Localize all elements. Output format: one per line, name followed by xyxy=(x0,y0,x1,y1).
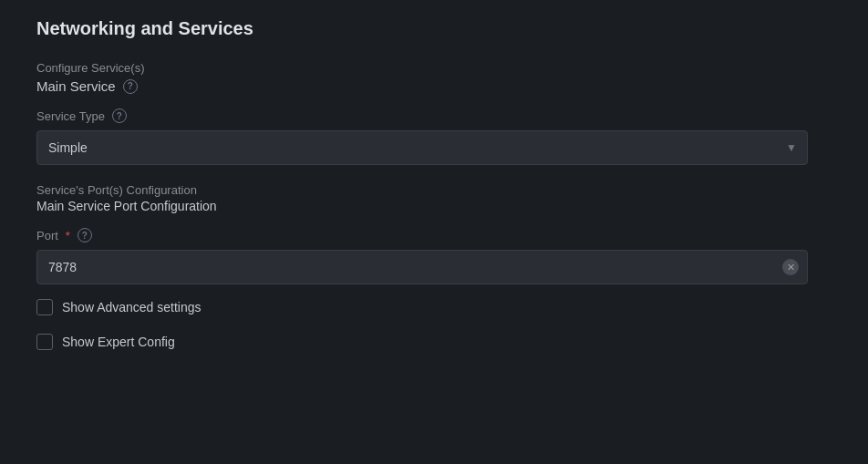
port-help-icon[interactable]: ? xyxy=(78,228,92,242)
service-type-help-icon[interactable]: ? xyxy=(112,108,127,123)
show-advanced-label: Show Advanced settings xyxy=(62,300,202,314)
service-type-select[interactable]: Simple Forking Oneshot Notify Dbus Idle xyxy=(36,130,808,165)
port-label-text: Port xyxy=(36,229,58,242)
service-type-field: Service Type ? Simple Forking Oneshot No… xyxy=(36,108,832,165)
show-expert-checkbox-row[interactable]: Show Expert Config xyxy=(36,334,832,350)
port-label: Port * ? xyxy=(36,228,832,242)
service-type-label-text: Service Type xyxy=(36,109,105,123)
show-advanced-checkbox[interactable] xyxy=(36,299,53,315)
page-title: Networking and Services xyxy=(36,18,832,39)
port-input-wrapper: ✕ xyxy=(36,250,808,284)
configure-label: Configure Service(s) xyxy=(36,61,832,75)
main-service-port-heading: Main Service Port Configuration xyxy=(36,199,832,213)
ports-config-section: Service's Port(s) Configuration Main Ser… xyxy=(36,183,832,213)
page-container: Networking and Services Configure Servic… xyxy=(0,0,868,387)
port-required-star: * xyxy=(66,229,70,242)
service-type-select-wrapper: Simple Forking Oneshot Notify Dbus Idle … xyxy=(36,130,808,165)
ports-section-label: Service's Port(s) Configuration xyxy=(36,183,832,197)
main-service-text: Main Service xyxy=(36,78,116,94)
show-expert-label: Show Expert Config xyxy=(62,335,175,349)
service-type-label: Service Type ? xyxy=(36,108,832,123)
show-expert-checkbox[interactable] xyxy=(36,334,53,350)
port-clear-icon[interactable]: ✕ xyxy=(782,259,799,275)
show-advanced-checkbox-row[interactable]: Show Advanced settings xyxy=(36,299,832,315)
port-input[interactable] xyxy=(36,250,808,284)
main-service-heading: Main Service ? xyxy=(36,78,832,94)
main-service-help-icon[interactable]: ? xyxy=(123,79,138,94)
port-field-group: Port * ? ✕ xyxy=(36,228,832,284)
